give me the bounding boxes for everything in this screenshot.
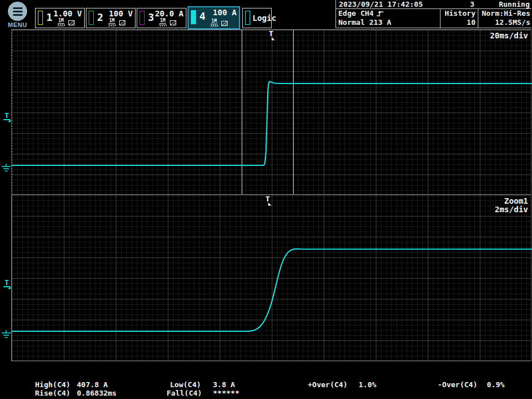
channel-3-box[interactable]: 3 20.0 A 1M xyxy=(137,8,186,28)
history-value: 10 xyxy=(466,18,476,27)
menu-button[interactable]: MENU xyxy=(5,2,30,28)
logic-box[interactable]: Logic xyxy=(242,8,272,28)
coupling-icon xyxy=(68,20,75,27)
channel-2-scale: 100 V xyxy=(109,9,133,18)
channel-4-scale: 100 A xyxy=(213,8,237,17)
impedance-1m-icon: 1M xyxy=(159,19,167,27)
history-label: History xyxy=(444,9,476,17)
acquisition-count: 3 xyxy=(446,0,474,8)
measurement-label: Low(C4) xyxy=(170,380,201,389)
measurement-label: Rise(C4) xyxy=(35,389,71,397)
measurement-value: 407.8 A xyxy=(77,380,108,389)
record-mode: Norm:Hi-Res xyxy=(482,9,530,17)
sample-rate: 12.5MS/s xyxy=(495,18,530,27)
channel-4-color-swatch xyxy=(191,10,196,24)
channel-4-number: 4 xyxy=(199,10,206,22)
hamburger-menu-icon xyxy=(8,2,27,21)
measurement-label: High(C4) xyxy=(35,380,71,389)
measurement-value: 0.9% xyxy=(487,380,504,389)
datetime: 2023/09/21 17:42:05 xyxy=(339,0,423,8)
zoom-trigger-level-marker[interactable]: T◢ xyxy=(3,279,10,287)
measurement-value: 3.8 A xyxy=(213,380,235,389)
channel-3-number: 3 xyxy=(148,11,154,23)
coupling-icon xyxy=(169,20,177,27)
trigger-flag-icon: ◣ xyxy=(268,201,271,207)
channel-2-number: 2 xyxy=(97,11,103,23)
status-block: 2023/09/21 17:42:05 3 Running Edge CH4 N… xyxy=(335,0,531,28)
channel-1-color-swatch xyxy=(38,11,43,25)
impedance-1m-icon: 1M xyxy=(57,19,65,27)
main-trigger-position-marker[interactable]: T◣ xyxy=(269,30,273,37)
measurement-label: -Over(C4) xyxy=(438,380,477,389)
channel-1-scale: 1.00 V xyxy=(53,9,82,18)
channel-4-ground-marker-main[interactable] xyxy=(1,164,11,173)
channel-2-color-swatch xyxy=(89,11,94,25)
channel-4-trace-zoom xyxy=(12,195,532,361)
trigger-mode: Edge CH4 xyxy=(338,9,374,17)
record-mode-box[interactable]: Norm:Hi-Res 12.5MS/s xyxy=(478,9,532,28)
rising-edge-icon xyxy=(376,10,384,17)
coupling-icon xyxy=(221,20,228,27)
logic-color-swatch xyxy=(245,11,250,25)
impedance-1m-icon: 1M xyxy=(108,19,116,27)
measurement-row-2: Rise(C4) 0.86832ms Fall(C4) ****** xyxy=(0,389,532,397)
channel-1-number: 1 xyxy=(46,11,53,23)
measurement-value: 1.0% xyxy=(359,380,376,389)
run-state: Running xyxy=(499,0,530,8)
channel-3-color-swatch xyxy=(139,11,145,25)
channel-4-ground-marker-zoom[interactable] xyxy=(1,330,11,339)
menu-button-label: MENU xyxy=(5,21,30,28)
trigger-detail: Normal 213 A xyxy=(338,18,391,27)
trigger-flag-icon: ◢ xyxy=(8,284,11,291)
history-box[interactable]: History 10 xyxy=(440,9,478,28)
measurement-row-1: High(C4) 407.8 A Low(C4) 3.8 A +Over(C4)… xyxy=(0,380,532,389)
measurement-label: Fall(C4) xyxy=(167,389,202,397)
logic-label: Logic xyxy=(252,14,276,23)
impedance-1m-icon: 1M xyxy=(210,19,218,27)
channel-4-trace-main xyxy=(12,30,532,195)
measurement-label: +Over(C4) xyxy=(308,380,347,389)
channel-2-box[interactable]: 2 100 V 1M xyxy=(86,8,136,28)
channel-1-box[interactable]: 1 1.00 V 1M xyxy=(35,8,85,28)
channel-3-scale: 20.0 A xyxy=(155,9,184,18)
oscilloscope-screen: MENU 1 1.00 V 1M 2 100 V 1M 3 20.0 A 1M … xyxy=(0,0,532,399)
measurement-value: 0.86832ms xyxy=(77,389,116,397)
main-trigger-level-marker[interactable]: T◢ xyxy=(3,112,10,120)
zoom-trigger-position-marker[interactable]: T◣ xyxy=(265,196,270,202)
trigger-flag-icon: ◣ xyxy=(272,36,274,41)
channel-4-box-selected[interactable]: 4 100 A 1M xyxy=(187,6,240,29)
coupling-icon xyxy=(119,20,126,27)
trigger-settings-box[interactable]: Edge CH4 Normal 213 A xyxy=(336,9,440,28)
main-waveform-window: 20ms/div T◣ xyxy=(11,29,531,195)
measurement-value: ****** xyxy=(213,389,239,397)
trigger-flag-icon: ◢ xyxy=(8,117,11,124)
zoom-waveform-window: Zoom1 2ms/div T◣ xyxy=(11,195,531,361)
